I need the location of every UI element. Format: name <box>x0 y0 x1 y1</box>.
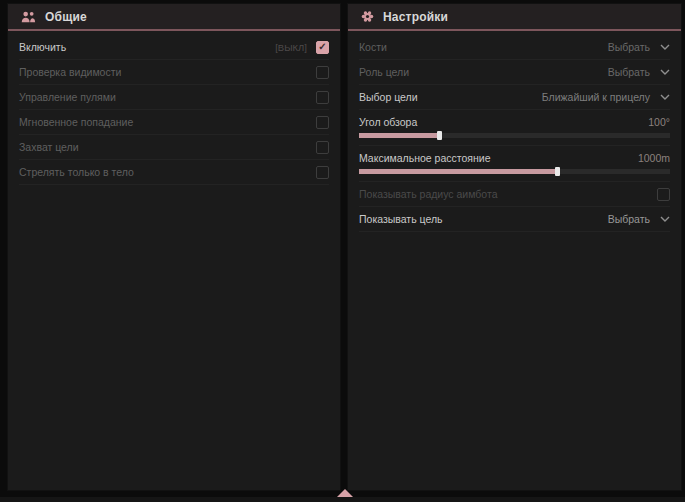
row-bones-label: Кости <box>359 41 387 53</box>
panel-general-body: Включить [ВЫКЛ] Проверка видимости Управ… <box>8 31 340 185</box>
row-enable-label: Включить <box>19 41 66 53</box>
row-show-target: Показывать цель Выбрать <box>359 207 670 232</box>
row-bullet-control[interactable]: Управление пулями <box>19 85 329 110</box>
row-show-target-label: Показывать цель <box>359 213 443 225</box>
row-body-only[interactable]: Стрелять только в тело <box>19 160 329 185</box>
row-visibility-check[interactable]: Проверка видимости <box>19 60 329 85</box>
max-distance-value: 1000m <box>638 152 670 164</box>
keybind-hint[interactable]: [ВЫКЛ] <box>275 42 307 53</box>
panel-general-title: Общие <box>45 10 87 24</box>
max-distance-slider[interactable] <box>359 169 670 174</box>
max-distance-label: Максимальное расстояние <box>359 152 490 164</box>
chevron-down-icon <box>660 44 670 50</box>
row-show-aimbot-radius-label: Показывать радиус аимбота <box>359 188 498 200</box>
target-selection-dropdown[interactable]: Ближайший к прицелу <box>542 91 670 103</box>
row-enable[interactable]: Включить [ВЫКЛ] <box>19 35 329 60</box>
max-distance-slider-thumb[interactable] <box>555 167 560 176</box>
max-distance-slider-block: Максимальное расстояние 1000m <box>359 146 670 182</box>
row-visibility-check-label: Проверка видимости <box>19 66 121 78</box>
show-target-dropdown[interactable]: Выбрать <box>608 213 670 225</box>
row-instant-hit[interactable]: Мгновенное попадание <box>19 110 329 135</box>
target-lock-checkbox[interactable] <box>316 141 329 154</box>
body-only-checkbox[interactable] <box>316 166 329 179</box>
row-target-selection-label: Выбор цели <box>359 91 418 103</box>
bullet-control-checkbox[interactable] <box>316 91 329 104</box>
row-bones: Кости Выбрать <box>359 35 670 60</box>
max-distance-slider-fill <box>359 169 558 174</box>
instant-hit-checkbox[interactable] <box>316 116 329 129</box>
gear-icon <box>361 10 374 23</box>
row-target-role: Роль цели Выбрать <box>359 60 670 85</box>
bones-dropdown-value: Выбрать <box>608 41 650 53</box>
users-icon <box>21 11 36 23</box>
chevron-down-icon <box>660 216 670 222</box>
target-role-dropdown-value: Выбрать <box>608 66 650 78</box>
bones-dropdown[interactable]: Выбрать <box>608 41 670 53</box>
chevron-down-icon <box>660 94 670 100</box>
fov-label: Угол обзора <box>359 116 417 128</box>
show-aimbot-radius-checkbox[interactable] <box>657 188 670 201</box>
target-selection-dropdown-value: Ближайший к прицелу <box>542 91 650 103</box>
fov-slider-thumb[interactable] <box>437 131 442 140</box>
fov-slider-block: Угол обзора 100° <box>359 110 670 146</box>
fov-value: 100° <box>648 116 670 128</box>
row-target-lock-label: Захват цели <box>19 141 79 153</box>
scroll-up-arrow[interactable] <box>337 489 353 497</box>
enable-checkbox[interactable] <box>316 41 329 54</box>
panel-settings-header: Настройки <box>348 4 681 31</box>
fov-slider[interactable] <box>359 133 670 138</box>
show-target-dropdown-value: Выбрать <box>608 213 650 225</box>
row-target-role-label: Роль цели <box>359 66 409 78</box>
row-target-selection: Выбор цели Ближайший к прицелу <box>359 85 670 110</box>
panel-settings-title: Настройки <box>383 10 448 24</box>
row-instant-hit-label: Мгновенное попадание <box>19 116 133 128</box>
chevron-down-icon <box>660 69 670 75</box>
panel-general-header: Общие <box>8 4 340 31</box>
panel-settings-body: Кости Выбрать Роль цели Выбрать Выбор це… <box>348 31 681 232</box>
row-target-lock[interactable]: Захват цели <box>19 135 329 160</box>
bottom-strip <box>0 497 685 502</box>
fov-slider-fill <box>359 133 440 138</box>
row-body-only-label: Стрелять только в тело <box>19 166 134 178</box>
panel-general: Общие Включить [ВЫКЛ] Проверка видимости… <box>8 4 340 490</box>
visibility-check-checkbox[interactable] <box>316 66 329 79</box>
row-bullet-control-label: Управление пулями <box>19 91 116 103</box>
target-role-dropdown[interactable]: Выбрать <box>608 66 670 78</box>
panel-settings: Настройки Кости Выбрать Роль цели Выбрат… <box>348 4 681 490</box>
row-show-aimbot-radius[interactable]: Показывать радиус аимбота <box>359 182 670 207</box>
